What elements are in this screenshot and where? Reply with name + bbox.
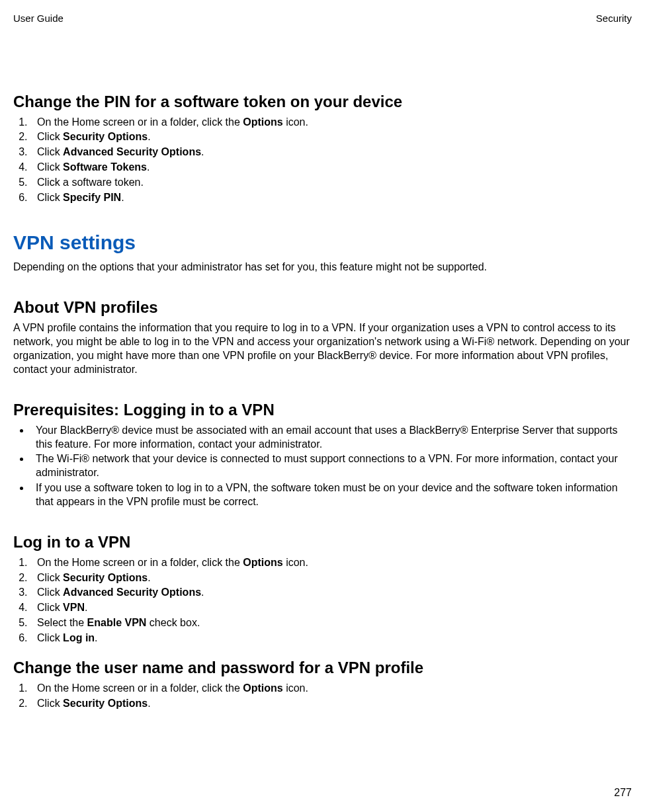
step-bold: Log in [63, 632, 95, 643]
page: User Guide Security Change the PIN for a… [0, 0, 645, 812]
step-bold: Options [243, 557, 282, 568]
step-bold: Advanced Security Options [63, 146, 201, 157]
bullets-prerequisites: Your BlackBerry® device must be associat… [13, 424, 632, 509]
step-bold: Options [243, 682, 282, 694]
header-left: User Guide [13, 12, 64, 25]
bullet-item: The Wi-Fi® network that your device is c… [30, 452, 632, 480]
bullet-item: If you use a software token to log in to… [30, 481, 632, 509]
step-text: On the Home screen or in a folder, click… [37, 116, 243, 128]
step-item: Click VPN. [30, 601, 632, 615]
step-bold: Options [243, 116, 282, 128]
step-item: On the Home screen or in a folder, click… [30, 556, 632, 570]
step-text: Click [37, 146, 63, 157]
step-text: Click [37, 602, 63, 613]
step-text: Click [37, 632, 63, 643]
heading-vpn-settings: VPN settings [13, 229, 632, 255]
step-text: . [95, 632, 97, 643]
step-bold: VPN [63, 602, 85, 613]
step-item: Click Software Tokens. [30, 161, 632, 175]
step-item: Click Advanced Security Options. [30, 145, 632, 159]
step-item: Select the Enable VPN check box. [30, 616, 632, 630]
step-bold: Specify PIN [63, 192, 121, 203]
step-text: On the Home screen or in a folder, click… [37, 557, 243, 568]
steps-change-pin: On the Home screen or in a folder, click… [13, 116, 632, 205]
step-item: Click Specify PIN. [30, 191, 632, 205]
page-content: Change the PIN for a software token on y… [13, 91, 632, 711]
step-bold: Security Options [63, 572, 148, 583]
step-text: . [85, 602, 87, 613]
step-text: Click [37, 192, 63, 203]
step-bold: Advanced Security Options [63, 587, 201, 598]
step-text: Click [37, 572, 63, 583]
step-text: . [201, 146, 204, 157]
step-item: On the Home screen or in a folder, click… [30, 682, 632, 696]
step-bold: Software Tokens [63, 161, 147, 173]
heading-prerequisites: Prerequisites: Logging in to a VPN [13, 399, 632, 420]
step-item: Click Advanced Security Options. [30, 586, 632, 600]
step-text: Click [37, 161, 63, 173]
steps-login-vpn: On the Home screen or in a folder, click… [13, 556, 632, 645]
step-text: icon. [283, 116, 308, 128]
heading-change-user: Change the user name and password for a … [13, 657, 632, 678]
step-item: Click Log in. [30, 631, 632, 645]
step-text: . [201, 587, 204, 598]
step-item: Click a software token. [30, 176, 632, 190]
step-item: On the Home screen or in a folder, click… [30, 116, 632, 130]
step-text: icon. [283, 557, 308, 568]
about-vpn-body: A VPN profile contains the information t… [13, 321, 632, 376]
step-text: Click [37, 698, 63, 709]
steps-change-user: On the Home screen or in a folder, click… [13, 682, 632, 711]
step-text: . [121, 192, 124, 203]
step-bold: Security Options [63, 131, 148, 142]
step-text: icon. [283, 682, 308, 694]
page-header: User Guide Security [13, 12, 632, 25]
step-text: On the Home screen or in a folder, click… [37, 682, 243, 694]
step-text: . [148, 572, 150, 583]
step-text: . [148, 131, 150, 142]
step-text: Click [37, 131, 63, 142]
page-number: 277 [614, 786, 632, 800]
step-text: . [147, 161, 150, 173]
heading-login-vpn: Log in to a VPN [13, 532, 632, 552]
step-text: check box. [146, 617, 200, 628]
step-text: Click [37, 587, 63, 598]
step-text: . [148, 698, 150, 709]
step-bold: Security Options [63, 698, 148, 709]
step-text: Select the [37, 617, 87, 628]
header-right: Security [596, 12, 632, 25]
vpn-settings-intro: Depending on the options that your admin… [13, 261, 632, 274]
step-bold: Enable VPN [87, 617, 147, 628]
step-item: Click Security Options. [30, 571, 632, 585]
heading-about-vpn: About VPN profiles [13, 297, 632, 317]
step-item: Click Security Options. [30, 130, 632, 144]
heading-change-pin: Change the PIN for a software token on y… [13, 91, 632, 112]
step-item: Click Security Options. [30, 697, 632, 711]
step-text: Click a software token. [37, 177, 144, 188]
bullet-item: Your BlackBerry® device must be associat… [30, 424, 632, 452]
